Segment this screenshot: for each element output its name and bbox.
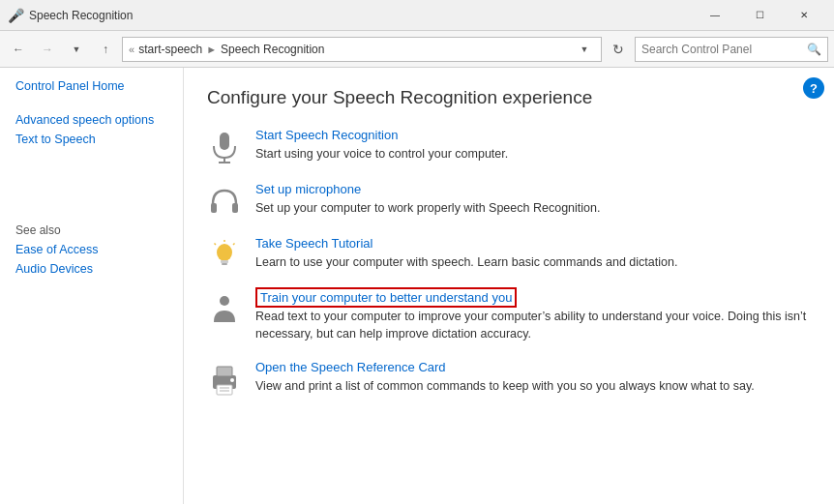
svg-point-5 bbox=[217, 244, 232, 261]
page-title: Configure your Speech Recognition experi… bbox=[207, 87, 811, 108]
title-bar: 🎤 Speech Recognition — ☐ ✕ bbox=[0, 0, 834, 31]
svg-rect-13 bbox=[217, 367, 232, 376]
sidebar-item-control-panel-home[interactable]: Control Panel Home bbox=[15, 79, 167, 93]
app-icon: 🎤 bbox=[8, 8, 23, 23]
forward-button[interactable]: → bbox=[35, 37, 60, 62]
mic-icon bbox=[207, 130, 242, 164]
svg-point-17 bbox=[230, 378, 234, 382]
breadcrumb-speech-recognition: Speech Recognition bbox=[221, 43, 324, 56]
list-item: Set up microphone Set up your computer t… bbox=[207, 182, 811, 219]
list-item: Train your computer to better understand… bbox=[207, 290, 811, 342]
item-text: Take Speech Tutorial Learn to use your c… bbox=[255, 236, 811, 271]
svg-line-10 bbox=[233, 244, 235, 246]
svg-rect-6 bbox=[221, 260, 228, 263]
svg-rect-7 bbox=[222, 263, 227, 265]
sidebar-item-audio-devices[interactable]: Audio Devices bbox=[15, 262, 167, 276]
main-layout: Control Panel Home Advanced speech optio… bbox=[0, 68, 834, 504]
sidebar: Control Panel Home Advanced speech optio… bbox=[0, 68, 184, 504]
content-area: ? Configure your Speech Recognition expe… bbox=[184, 68, 834, 504]
item-text: Train your computer to better understand… bbox=[255, 290, 811, 342]
sidebar-item-advanced-speech[interactable]: Advanced speech options bbox=[15, 113, 167, 127]
setup-mic-link[interactable]: Set up microphone bbox=[255, 182, 361, 196]
printer-icon bbox=[207, 362, 242, 397]
svg-rect-4 bbox=[232, 203, 238, 213]
up-button[interactable]: ↑ bbox=[93, 37, 118, 62]
address-path: « start-speech ► Speech Recognition ▼ bbox=[122, 37, 602, 62]
address-bar: ← → ▼ ↑ « start-speech ► Speech Recognit… bbox=[0, 31, 834, 68]
list-item: Open the Speech Reference Card View and … bbox=[207, 360, 811, 397]
setup-mic-desc: Set up your computer to work properly wi… bbox=[255, 199, 811, 217]
reference-card-desc: View and print a list of common commands… bbox=[255, 377, 811, 395]
refresh-button[interactable]: ↻ bbox=[606, 37, 631, 62]
item-text: Set up microphone Set up your computer t… bbox=[255, 182, 811, 217]
start-speech-link[interactable]: Start Speech Recognition bbox=[255, 128, 398, 142]
start-speech-desc: Start using your voice to control your c… bbox=[255, 145, 811, 163]
search-icon[interactable]: 🔍 bbox=[807, 43, 821, 56]
svg-rect-14 bbox=[217, 385, 232, 395]
search-input[interactable] bbox=[641, 43, 807, 56]
tutorial-desc: Learn to use your computer with speech. … bbox=[255, 253, 811, 271]
sidebar-item-ease-of-access[interactable]: Ease of Access bbox=[15, 243, 167, 256]
svg-point-11 bbox=[220, 296, 229, 306]
svg-line-9 bbox=[215, 244, 217, 246]
minimize-button[interactable]: — bbox=[693, 0, 737, 31]
person-icon bbox=[207, 292, 242, 327]
breadcrumb-separator: ► bbox=[206, 44, 217, 55]
breadcrumb-ease-of-access[interactable]: start-speech bbox=[138, 43, 202, 56]
train-link[interactable]: Train your computer to better understand… bbox=[255, 287, 517, 308]
back-button[interactable]: ← bbox=[6, 37, 31, 62]
svg-rect-0 bbox=[220, 133, 229, 150]
see-also-title: See also bbox=[15, 223, 167, 237]
window-title: Speech Recognition bbox=[29, 9, 693, 22]
bulb-icon bbox=[207, 238, 242, 273]
search-box: 🔍 bbox=[635, 37, 828, 62]
list-item: Start Speech Recognition Start using you… bbox=[207, 128, 811, 164]
headphone-icon bbox=[207, 184, 242, 219]
recent-button[interactable]: ▼ bbox=[64, 37, 89, 62]
tutorial-link[interactable]: Take Speech Tutorial bbox=[255, 236, 372, 251]
reference-card-link[interactable]: Open the Speech Reference Card bbox=[255, 360, 446, 374]
breadcrumb-chevron: « bbox=[129, 44, 134, 55]
maximize-button[interactable]: ☐ bbox=[737, 0, 782, 31]
item-text: Open the Speech Reference Card View and … bbox=[255, 360, 811, 395]
train-desc: Read text to your computer to improve yo… bbox=[255, 308, 811, 342]
list-item: Take Speech Tutorial Learn to use your c… bbox=[207, 236, 811, 273]
svg-rect-3 bbox=[211, 203, 217, 213]
window-controls: — ☐ ✕ bbox=[693, 0, 826, 31]
help-button[interactable]: ? bbox=[803, 77, 824, 99]
sidebar-item-text-to-speech[interactable]: Text to Speech bbox=[15, 133, 167, 146]
close-button[interactable]: ✕ bbox=[782, 0, 826, 31]
dropdown-button[interactable]: ▼ bbox=[574, 37, 595, 62]
item-text: Start Speech Recognition Start using you… bbox=[255, 128, 811, 163]
